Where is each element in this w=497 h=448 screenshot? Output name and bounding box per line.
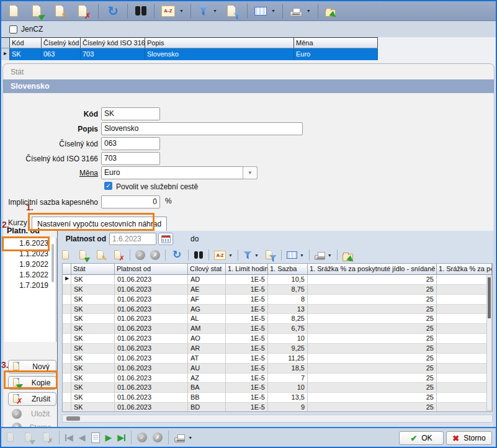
validity-list-scrollbar[interactable] [51, 244, 54, 282]
grid-cell[interactable]: 01.06.2023 [115, 344, 188, 354]
export-rates-icon[interactable]: ▶ [343, 254, 353, 261]
grid-cell[interactable]: 01.06.2023 [115, 374, 188, 383]
refresh-rates-icon[interactable]: ↻ [171, 249, 183, 261]
grid-cell[interactable]: SK [71, 275, 115, 285]
grid-cell[interactable]: SK [71, 374, 115, 383]
grid-cell[interactable]: 1E-5 [226, 295, 268, 305]
grid-cell[interactable] [437, 295, 492, 305]
rates-grid-row[interactable]: SK01.06.2023BD1E-5925 [63, 403, 492, 412]
grid-cell[interactable]: SK [71, 383, 115, 393]
grid-cell[interactable] [437, 364, 492, 374]
rates-grid-row[interactable]: SK01.06.2023AF1E-5825 [63, 295, 492, 305]
allow-trip-checkbox[interactable]: ✓ [104, 182, 112, 190]
copy-rate-icon[interactable]: ▶ [78, 249, 90, 261]
grid-cell[interactable]: BA [188, 383, 226, 393]
grid-cell[interactable]: 1E-5 [226, 403, 268, 412]
accept-bottom-icon[interactable]: ✓ [137, 432, 147, 442]
print-bottom-caret[interactable]: ▼ [188, 436, 192, 440]
grid-cell[interactable]: 01.06.2023 [115, 354, 188, 364]
grid-cell[interactable] [437, 334, 492, 344]
popis-field[interactable]: Slovensko [101, 122, 303, 135]
grid-cell[interactable]: BD [188, 403, 226, 412]
view-columns-icon[interactable] [254, 7, 267, 16]
rates-grid-vertical-scrollbar[interactable] [486, 276, 492, 411]
print-icon[interactable] [290, 11, 302, 17]
edit-record-icon[interactable]: ✎ [52, 3, 68, 19]
grid-cell[interactable]: 11,25 [268, 354, 308, 364]
print-bottom-icon[interactable] [174, 437, 185, 442]
cancel-bottom-icon[interactable]: ✗ [153, 432, 163, 442]
sort-rates-caret[interactable]: ▼ [228, 253, 233, 258]
grid-cell[interactable]: 8 [268, 295, 308, 305]
grid-cell[interactable]: SK [71, 334, 115, 344]
countries-grid-selected-row[interactable]: ▸SK063703SlovenskoEuro [1, 48, 378, 60]
validity-from-field[interactable]: 1.6.2023 [109, 233, 156, 245]
grid-cell[interactable]: AZ [188, 374, 226, 383]
grid-cell[interactable]: SK [71, 285, 115, 295]
grid-cell[interactable]: 25 [308, 305, 437, 315]
new-rate-icon[interactable] [60, 249, 73, 261]
grid-cell[interactable]: 1E-5 [226, 305, 268, 315]
column-header[interactable]: Cílový stat [188, 264, 226, 274]
grid-cell[interactable]: Slovensko [145, 48, 294, 60]
column-header[interactable]: 1. Sazba [268, 264, 308, 274]
grid-cell[interactable]: 01.06.2023 [115, 275, 188, 285]
grid-cell[interactable]: AG [188, 305, 226, 315]
rates-grid-horizontal-scrollbar[interactable] [62, 414, 493, 423]
rates-grid-row[interactable]: SK01.06.2023AT1E-511,2525 [63, 354, 492, 364]
grid-cell[interactable]: 9,25 [268, 344, 308, 354]
filter-dropdown-caret[interactable]: ▼ [213, 9, 217, 13]
filter-icon[interactable] [198, 6, 208, 16]
pocket-rate-field[interactable]: 0 [101, 195, 160, 208]
print-rates-caret[interactable]: ▼ [328, 253, 332, 258]
grid-cell[interactable]: 25 [308, 285, 437, 295]
grid-cell[interactable]: AF [188, 295, 226, 305]
grid-cell[interactable]: 25 [308, 403, 437, 412]
columns-rates-caret[interactable]: ▼ [300, 253, 304, 258]
grid-cell[interactable]: AM [188, 324, 226, 334]
grid-cell[interactable]: 25 [308, 364, 437, 374]
column-header[interactable]: 1. Limit hodin [226, 264, 268, 274]
ciselny-kod-field[interactable]: 063 [101, 137, 160, 150]
rates-grid-row[interactable]: SK01.06.2023BB1E-513,525 [63, 393, 492, 403]
grid-cell[interactable]: 10,5 [268, 275, 308, 285]
grid-cell[interactable]: 01.06.2023 [115, 295, 188, 305]
filter-values-rates-icon[interactable] [264, 249, 276, 261]
grid-cell[interactable]: 25 [308, 344, 437, 354]
search-icon[interactable] [135, 6, 147, 16]
grid-cell[interactable] [437, 354, 492, 364]
grid-cell[interactable]: AD [188, 275, 226, 285]
export-icon[interactable]: ▶ [325, 9, 336, 17]
grid-cell[interactable]: AU [188, 364, 226, 374]
grid-cell[interactable]: 1E-5 [226, 354, 268, 364]
prior-record-icon[interactable]: ◀ [79, 433, 86, 442]
grid-cell[interactable]: AE [188, 285, 226, 295]
calendar-button[interactable] [158, 233, 173, 245]
grid-cell[interactable]: 1E-5 [226, 324, 268, 334]
grid-cell[interactable] [437, 275, 492, 285]
column-header[interactable]: 1. Srážka % za poskytnuté jídlo - snídan… [308, 264, 437, 274]
grid-cell[interactable] [437, 374, 492, 383]
grid-cell[interactable]: AT [188, 354, 226, 364]
grid-cell[interactable]: AR [188, 344, 226, 354]
copy-record-icon[interactable]: ▶ [29, 3, 45, 19]
column-header[interactable]: Platnost od [115, 264, 188, 274]
grid-cell[interactable] [437, 403, 492, 412]
rates-grid-row[interactable]: SK01.06.2023AZ1E-5725 [63, 374, 492, 383]
grid-cell[interactable]: BB [188, 393, 226, 403]
tab-kurzy[interactable]: Kurzy [8, 218, 27, 227]
grid-cell[interactable]: 1E-5 [226, 334, 268, 344]
grid-cell[interactable]: 703 [81, 48, 145, 60]
grid-cell[interactable]: 13 [268, 305, 308, 315]
grid-cell[interactable]: 1E-5 [226, 344, 268, 354]
cancel-icon[interactable]: ✗ [150, 250, 160, 260]
filter-rates-icon[interactable] [243, 251, 252, 259]
validity-date-item[interactable]: 1.1.2023 [4, 248, 56, 259]
grid-cell[interactable]: SK [10, 48, 42, 60]
grid-cell[interactable]: SK [71, 364, 115, 374]
tab-nahrady[interactable]: Nastavení vypočtu cestovních náhrad [32, 217, 167, 231]
kopie-button[interactable]: ▶Kopie [8, 376, 56, 390]
grid-cell[interactable]: 063 [42, 48, 81, 60]
next-record-icon[interactable]: ▶ [105, 433, 112, 442]
rates-grid-row[interactable]: SK01.06.2023AO1E-51025 [63, 334, 492, 344]
